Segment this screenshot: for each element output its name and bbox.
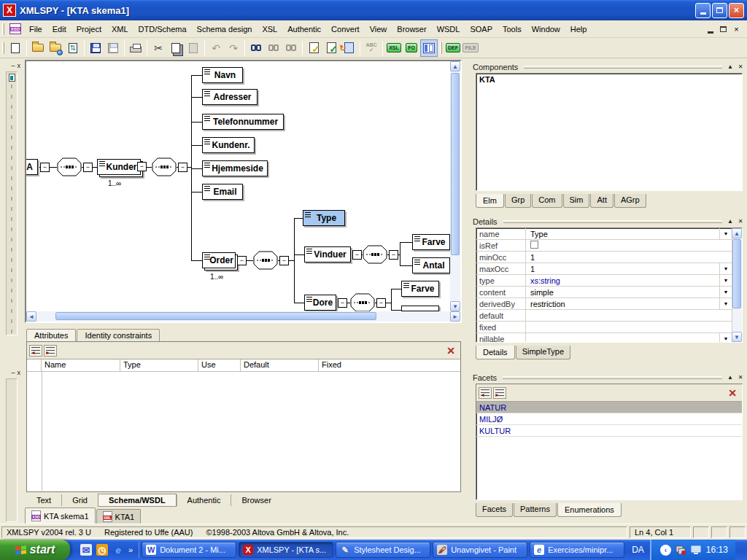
info-dock-groove[interactable] bbox=[6, 378, 18, 522]
component-item-kta[interactable]: KTA bbox=[476, 74, 742, 85]
element-dore[interactable]: Dore bbox=[304, 295, 336, 311]
document-menu-icon[interactable]: XSD bbox=[9, 23, 21, 34]
column-use[interactable]: Use bbox=[198, 359, 241, 371]
element-email[interactable]: Email bbox=[202, 184, 243, 200]
element-type-selected[interactable]: Type bbox=[303, 210, 345, 226]
dropdown-icon[interactable]: ▼ bbox=[719, 287, 732, 298]
collapse-handle[interactable]: − bbox=[389, 250, 398, 260]
tab-agrp[interactable]: AGrp bbox=[614, 194, 646, 208]
components-list[interactable]: KTA bbox=[476, 73, 743, 191]
element-hjemmeside[interactable]: Hjemmeside bbox=[202, 160, 268, 176]
detail-row-fixed[interactable]: fixed bbox=[476, 322, 732, 333]
tab-facets[interactable]: Facets bbox=[476, 503, 513, 517]
column-name[interactable]: Name bbox=[42, 359, 120, 371]
components-close-icon[interactable]: ✕ bbox=[735, 62, 746, 71]
details-scroll-up-icon[interactable]: ▲ bbox=[732, 228, 742, 238]
element-adresser[interactable]: Adresser bbox=[202, 89, 258, 105]
doc-tab-kta1[interactable]: XML KTA1 bbox=[96, 509, 142, 524]
detail-row-isref[interactable]: isRef bbox=[476, 240, 732, 252]
menu-help[interactable]: Help bbox=[565, 23, 592, 36]
find-button[interactable] bbox=[247, 39, 265, 57]
sequence-compositor-icon[interactable] bbox=[350, 293, 375, 311]
enumeration-miljo[interactable]: MILJØ bbox=[476, 413, 742, 425]
tray-collapse-chevron-icon[interactable]: ‹ bbox=[660, 545, 671, 556]
tab-att[interactable]: Att bbox=[590, 194, 613, 208]
open-button[interactable] bbox=[29, 39, 47, 57]
detail-row-name[interactable]: nameType▼ bbox=[476, 228, 732, 240]
collapse-handle[interactable]: − bbox=[40, 163, 50, 172]
print-button[interactable] bbox=[127, 39, 144, 57]
save-all-button[interactable] bbox=[104, 39, 122, 57]
tab-attributes[interactable]: Attributes bbox=[26, 329, 76, 342]
element-farve-vinduer[interactable]: Farve bbox=[412, 234, 450, 250]
hscroll-thumb[interactable] bbox=[55, 312, 376, 320]
tray-offline-icon[interactable] bbox=[676, 545, 686, 556]
tab-enumerations[interactable]: Enumerations bbox=[557, 503, 622, 517]
detail-row-default[interactable]: default bbox=[476, 310, 732, 322]
tab-schema-wsdl-view[interactable]: Schema/WSDL bbox=[98, 494, 177, 507]
append-row-button[interactable]: ◄ bbox=[29, 345, 42, 357]
doc-tab-kta-skema1[interactable]: XSD KTA skema1 bbox=[25, 508, 96, 524]
detail-row-type[interactable]: typexs:string▼ bbox=[476, 275, 732, 287]
toolbar-grip-2[interactable] bbox=[440, 42, 442, 54]
tab-authentic-view[interactable]: Authentic bbox=[177, 494, 231, 506]
detail-row-derivedby[interactable]: derivedByrestriction▼ bbox=[476, 298, 732, 310]
panes-toggle-button[interactable] bbox=[420, 39, 438, 57]
enumeration-kultur[interactable]: KULTUR bbox=[476, 425, 742, 437]
start-button[interactable]: start bbox=[0, 540, 70, 560]
tab-elm[interactable]: Elm bbox=[476, 194, 504, 208]
element-vinduer[interactable]: Vinduer bbox=[304, 246, 351, 262]
check-wellformed-button[interactable]: ✓ bbox=[305, 39, 322, 57]
dropdown-icon[interactable]: ▼ bbox=[719, 228, 732, 239]
details-collapse-icon[interactable]: ▲ bbox=[725, 217, 735, 226]
mdi-close-button[interactable]: × bbox=[730, 23, 743, 34]
sequence-compositor-icon[interactable] bbox=[152, 158, 177, 176]
scroll-right-icon[interactable]: ► bbox=[450, 311, 460, 322]
quicklaunch-overflow-icon[interactable]: » bbox=[128, 545, 133, 554]
menu-tools[interactable]: Tools bbox=[498, 23, 527, 36]
tab-simpletype[interactable]: SimpleType bbox=[516, 346, 570, 359]
schema-def-button[interactable]: DEF bbox=[444, 39, 462, 57]
menu-view[interactable]: View bbox=[365, 23, 392, 36]
spelling-button[interactable]: ABC✓ bbox=[363, 39, 380, 57]
tab-patterns[interactable]: Patterns bbox=[514, 503, 557, 517]
facets-insert-row-button[interactable]: ► bbox=[493, 387, 506, 399]
reload-button[interactable]: ⇅ bbox=[64, 39, 82, 57]
dropdown-icon[interactable]: ▼ bbox=[719, 298, 732, 309]
scroll-left-icon[interactable]: ◄ bbox=[26, 311, 36, 322]
close-button[interactable]: × bbox=[729, 3, 744, 18]
tab-identity-constraints[interactable]: Identity constraints bbox=[77, 329, 160, 341]
task-exercises[interactable]: e Exercises/minipr... bbox=[530, 542, 624, 558]
new-document-button[interactable] bbox=[7, 39, 24, 57]
tray-display-icon[interactable] bbox=[691, 545, 702, 556]
dropdown-icon[interactable]: ▼ bbox=[719, 275, 732, 286]
menu-xsl[interactable]: XSL bbox=[257, 23, 282, 36]
tab-text-view[interactable]: Text bbox=[26, 494, 61, 506]
find-in-files-button[interactable] bbox=[282, 39, 300, 57]
find-next-button[interactable] bbox=[265, 39, 282, 57]
scroll-down-icon[interactable]: ▼ bbox=[450, 301, 460, 311]
dock-close-icon[interactable]: x bbox=[18, 63, 21, 69]
details-scrollbar[interactable]: ▲ ▼ bbox=[732, 228, 742, 342]
sequence-compositor-icon[interactable] bbox=[253, 251, 278, 270]
sequence-compositor-icon[interactable] bbox=[363, 245, 387, 264]
copy-button[interactable] bbox=[167, 39, 185, 57]
schema-diagram-canvas[interactable]: A − − Kunder 1..∞ − − Navn Adresser Tele… bbox=[26, 61, 450, 311]
reparse-button[interactable] bbox=[340, 39, 357, 57]
menubar-grip[interactable] bbox=[2, 23, 4, 35]
task-stylesheet-designer[interactable]: ✎ Stylesheet Desig... bbox=[336, 542, 430, 558]
collapse-handle[interactable]: − bbox=[137, 162, 147, 171]
tab-sim[interactable]: Sim bbox=[563, 194, 590, 208]
menu-dtd-schema[interactable]: DTD/Schema bbox=[133, 23, 192, 36]
xsl-fo-button[interactable]: FO bbox=[403, 39, 420, 57]
task-xmlspy[interactable]: X XMLSPY - [KTA s... bbox=[239, 542, 333, 558]
delete-row-icon[interactable]: ✕ bbox=[446, 345, 458, 357]
validate-button[interactable]: ✓ bbox=[322, 39, 340, 57]
element-kunder[interactable]: Kunder bbox=[97, 159, 141, 175]
minimize-button[interactable] bbox=[695, 3, 711, 18]
facets-append-row-button[interactable]: ◄ bbox=[479, 387, 492, 399]
app-icon[interactable]: X bbox=[3, 4, 16, 17]
tab-details[interactable]: Details bbox=[476, 346, 515, 359]
redo-button[interactable]: ↷ bbox=[225, 39, 242, 57]
language-indicator[interactable]: DA bbox=[632, 545, 644, 555]
